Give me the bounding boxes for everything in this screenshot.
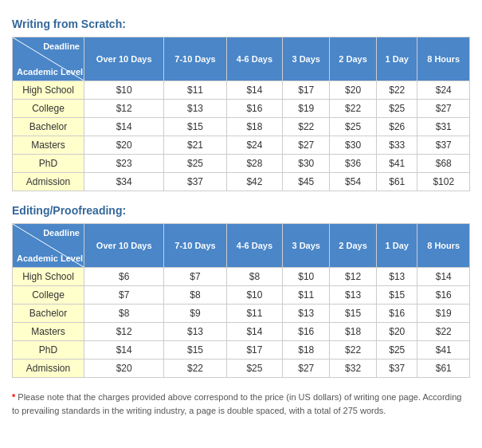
price-cell-4-6: $68 (417, 155, 470, 173)
price-cell-5-5: $37 (377, 360, 417, 378)
price-cell-0-4: $12 (330, 268, 377, 286)
academic-level-label: High School (13, 81, 84, 100)
corner-header: Deadline Academic Level (13, 224, 84, 268)
col-header-4: 2 Days (330, 37, 377, 81)
price-cell-3-5: $20 (377, 323, 417, 341)
section-title-editing: Editing/Proofreading: (12, 204, 470, 217)
price-cell-1-3: $19 (283, 100, 330, 118)
table-row: Bachelor$14$15$18$22$25$26$31 (13, 118, 470, 136)
col-header-5: 1 Day (377, 37, 417, 81)
price-cell-2-0: $14 (84, 118, 164, 136)
col-header-3: 3 Days (283, 37, 330, 81)
academic-level-label: College (13, 286, 84, 305)
deadline-corner-label: Deadline (43, 41, 80, 51)
price-cell-2-4: $25 (330, 118, 377, 136)
price-cell-3-0: $20 (84, 136, 164, 155)
price-cell-5-2: $25 (226, 360, 283, 378)
corner-header: Deadline Academic Level (13, 37, 84, 81)
table-row: Bachelor$8$9$11$13$15$16$19 (13, 305, 470, 323)
price-cell-4-3: $30 (283, 155, 330, 173)
price-cell-3-1: $13 (164, 323, 226, 341)
deadline-corner-label: Deadline (43, 228, 80, 238)
academic-level-label: Admission (13, 360, 84, 378)
academic-level-label: Bachelor (13, 305, 84, 323)
col-header-0: Over 10 Days (84, 37, 164, 81)
price-cell-2-2: $18 (226, 118, 283, 136)
price-cell-4-2: $28 (226, 155, 283, 173)
price-cell-0-6: $24 (417, 81, 470, 100)
price-cell-3-5: $33 (377, 136, 417, 155)
col-header-1: 7-10 Days (164, 37, 226, 81)
price-cell-4-4: $36 (330, 155, 377, 173)
col-header-6: 8 Hours (417, 37, 470, 81)
price-cell-3-4: $18 (330, 323, 377, 341)
table-row: PhD$14$15$17$18$22$25$41 (13, 341, 470, 360)
footnote: * Please note that the charges provided … (12, 391, 470, 417)
price-cell-0-2: $8 (226, 268, 283, 286)
academic-corner-label: Academic Level (17, 67, 83, 77)
table-row: Admission$20$22$25$27$32$37$61 (13, 360, 470, 378)
price-cell-3-3: $16 (283, 323, 330, 341)
price-cell-2-3: $13 (283, 305, 330, 323)
price-cell-2-5: $26 (377, 118, 417, 136)
academic-level-label: College (13, 100, 84, 118)
pricing-table-editing: Deadline Academic Level Over 10 Days7-10… (12, 223, 470, 378)
price-cell-5-0: $20 (84, 360, 164, 378)
col-header-2: 4-6 Days (226, 224, 283, 268)
table-row: Admission$34$37$42$45$54$61$102 (13, 173, 470, 191)
table-row: College$7$8$10$11$13$15$16 (13, 286, 470, 305)
price-cell-0-1: $11 (164, 81, 226, 100)
price-cell-4-0: $14 (84, 341, 164, 360)
price-cell-3-0: $12 (84, 323, 164, 341)
price-cell-1-5: $25 (377, 100, 417, 118)
pricing-table-writing: Deadline Academic Level Over 10 Days7-10… (12, 37, 470, 191)
price-cell-4-1: $15 (164, 341, 226, 360)
col-header-5: 1 Day (377, 224, 417, 268)
academic-level-label: PhD (13, 341, 84, 360)
price-cell-3-6: $37 (417, 136, 470, 155)
price-cell-4-6: $41 (417, 341, 470, 360)
price-cell-3-3: $27 (283, 136, 330, 155)
table-row: College$12$13$16$19$22$25$27 (13, 100, 470, 118)
price-cell-0-0: $6 (84, 268, 164, 286)
col-header-3: 3 Days (283, 224, 330, 268)
price-cell-5-6: $102 (417, 173, 470, 191)
price-cell-1-5: $15 (377, 286, 417, 305)
price-cell-4-2: $17 (226, 341, 283, 360)
price-cell-0-1: $7 (164, 268, 226, 286)
price-cell-2-5: $16 (377, 305, 417, 323)
price-cell-1-2: $16 (226, 100, 283, 118)
col-header-2: 4-6 Days (226, 37, 283, 81)
price-cell-5-2: $42 (226, 173, 283, 191)
academic-level-label: Masters (13, 136, 84, 155)
col-header-0: Over 10 Days (84, 224, 164, 268)
price-cell-5-4: $32 (330, 360, 377, 378)
price-cell-1-4: $22 (330, 100, 377, 118)
academic-level-label: High School (13, 268, 84, 286)
price-cell-5-1: $22 (164, 360, 226, 378)
price-cell-4-3: $18 (283, 341, 330, 360)
price-cell-1-6: $27 (417, 100, 470, 118)
academic-level-label: PhD (13, 155, 84, 173)
table-row: Masters$12$13$14$16$18$20$22 (13, 323, 470, 341)
price-cell-0-6: $14 (417, 268, 470, 286)
price-cell-4-5: $25 (377, 341, 417, 360)
price-cell-3-1: $21 (164, 136, 226, 155)
price-cell-5-3: $45 (283, 173, 330, 191)
price-cell-1-1: $8 (164, 286, 226, 305)
price-cell-5-1: $37 (164, 173, 226, 191)
table-row: High School$10$11$14$17$20$22$24 (13, 81, 470, 100)
price-cell-3-4: $30 (330, 136, 377, 155)
price-cell-0-5: $13 (377, 268, 417, 286)
academic-level-label: Masters (13, 323, 84, 341)
price-cell-3-6: $22 (417, 323, 470, 341)
price-cell-4-1: $25 (164, 155, 226, 173)
table-row: PhD$23$25$28$30$36$41$68 (13, 155, 470, 173)
price-cell-5-3: $27 (283, 360, 330, 378)
price-cell-1-4: $13 (330, 286, 377, 305)
price-cell-0-4: $20 (330, 81, 377, 100)
price-cell-5-0: $34 (84, 173, 164, 191)
price-cell-4-5: $41 (377, 155, 417, 173)
price-cell-1-6: $16 (417, 286, 470, 305)
price-cell-2-6: $19 (417, 305, 470, 323)
